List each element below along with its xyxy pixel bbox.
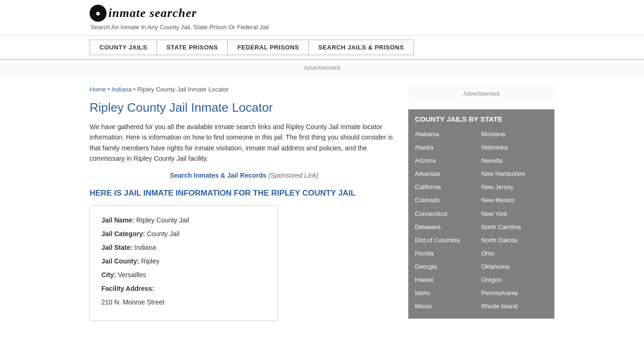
state-link[interactable]: Florida <box>415 247 481 260</box>
logo-icon: ● <box>90 5 107 22</box>
state-link[interactable]: Oregon <box>481 273 548 287</box>
state-link[interactable]: Georgia <box>415 260 481 273</box>
jail-category-row: Jail Category: County Jail <box>101 229 266 239</box>
jail-name-label: Jail Name: <box>101 216 134 224</box>
state-link[interactable]: Alabama <box>415 128 481 141</box>
jail-state-label: Jail State: <box>101 244 132 251</box>
jail-name-row: Jail Name: Ripley County Jail <box>101 215 266 225</box>
sidebar: Advertisement COUNTY JAILS BY STATE Alab… <box>408 76 554 330</box>
state-link[interactable]: New Jersey <box>481 181 548 194</box>
state-link[interactable]: North Dakota <box>481 234 548 247</box>
nav-federal-prisons[interactable]: FEDERAL PRISONS <box>228 40 309 55</box>
sponsored-link-container: Search Inmates & Jail Records (Sponsored… <box>90 172 399 179</box>
jail-county-label: Jail County: <box>101 257 139 265</box>
sidebar-ad: Advertisement <box>408 86 554 102</box>
jail-city-value: Versailles <box>118 271 146 279</box>
sponsored-link[interactable]: Search Inmates & Jail Records <box>170 172 266 179</box>
state-link[interactable]: Arkansas <box>415 167 481 181</box>
state-link[interactable]: Alaska <box>415 141 481 154</box>
states-col-left: AlabamaAlaskaArizonaArkansasCaliforniaCo… <box>415 128 481 313</box>
state-link[interactable]: North Carolina <box>481 221 548 234</box>
state-link[interactable]: Ohio <box>481 247 548 260</box>
jail-category-value: County Jail <box>147 230 179 238</box>
state-link[interactable]: Rhode Island <box>481 300 548 313</box>
state-link[interactable]: New Hampshire <box>481 167 548 181</box>
jail-category-label: Jail Category: <box>101 230 145 238</box>
state-link[interactable]: Arizona <box>415 154 481 167</box>
state-link[interactable]: Hawaii <box>415 273 481 287</box>
breadcrumb-state[interactable]: Indiana <box>111 86 132 93</box>
state-link[interactable]: Connecticut <box>415 207 481 221</box>
jail-address-label: Facility Address: <box>101 285 154 292</box>
jail-county-row: Jail County: Ripley <box>101 256 266 266</box>
jail-county-value: Ripley <box>141 257 159 265</box>
jail-address-row: Facility Address: <box>101 284 266 294</box>
state-link[interactable]: Delaware <box>415 221 481 234</box>
nav-state-prisons[interactable]: STATE PRISONS <box>157 40 228 55</box>
header: ● inmate searcher Search An Inmate In An… <box>0 0 644 36</box>
description: We have gathered for you all the availab… <box>90 122 399 164</box>
info-box: Jail Name: Ripley County Jail Jail Categ… <box>90 206 278 321</box>
jail-address-value-row: 210 N. Monroe Street <box>101 297 266 307</box>
page-title: Ripley County Jail Inmate Locator <box>90 100 399 115</box>
main-layout: Home • Indiana • Ripley County Jail Inma… <box>0 76 644 330</box>
breadcrumb-current: Ripley County Jail Inmate Locator <box>137 86 229 93</box>
county-jails-title: COUNTY JAILS BY STATE <box>415 115 548 123</box>
jail-state-value: Indiana <box>134 244 156 251</box>
state-link[interactable]: Nevada <box>481 154 548 167</box>
nav: COUNTY JAILS STATE PRISONS FEDERAL PRISO… <box>0 36 644 60</box>
logo-text: inmate searcher <box>108 6 197 20</box>
nav-county-jails[interactable]: COUNTY JAILS <box>90 40 157 55</box>
state-link[interactable]: Idaho <box>415 287 481 300</box>
state-link[interactable]: Nebraska <box>481 141 548 154</box>
state-link[interactable]: Dist.of Columbia <box>415 234 481 247</box>
state-link[interactable]: California <box>415 181 481 194</box>
state-link[interactable]: Oklahoma <box>481 260 548 273</box>
state-link[interactable]: Colorado <box>415 194 481 207</box>
jail-city-row: City: Versailles <box>101 270 266 280</box>
state-columns: AlabamaAlaskaArizonaArkansasCaliforniaCo… <box>415 128 548 313</box>
county-jails-box: COUNTY JAILS BY STATE AlabamaAlaskaArizo… <box>408 109 554 319</box>
state-link[interactable]: New Mexico <box>481 194 548 207</box>
logo-italic: inmate searcher <box>108 6 197 20</box>
breadcrumb: Home • Indiana • Ripley County Jail Inma… <box>90 86 399 93</box>
states-col-right: MontanaNebraskaNevadaNew HampshireNew Je… <box>481 128 548 313</box>
ad-banner: Advertisement <box>0 60 644 76</box>
jail-name-value: Ripley County Jail <box>136 216 189 224</box>
state-link[interactable]: Montana <box>481 128 548 141</box>
tagline: Search An Inmate In Any County Jail, Sta… <box>91 24 554 31</box>
jail-state-row: Jail State: Indiana <box>101 243 266 253</box>
logo-area: ● inmate searcher <box>90 5 554 22</box>
sponsored-text: (Sponsored Link) <box>268 172 319 179</box>
jail-city-label: City: <box>101 271 116 279</box>
breadcrumb-sep2: • <box>133 86 137 93</box>
breadcrumb-home[interactable]: Home <box>90 86 106 93</box>
content: Home • Indiana • Ripley County Jail Inma… <box>90 76 408 330</box>
state-link[interactable]: New York <box>481 207 548 221</box>
jail-address-value: 210 N. Monroe Street <box>101 298 165 306</box>
section-heading: HERE IS JAIL INMATE INFORMATION FOR THE … <box>90 189 399 198</box>
nav-search-jails[interactable]: SEARCH JAILS & PRISONS <box>309 40 413 55</box>
nav-buttons: COUNTY JAILS STATE PRISONS FEDERAL PRISO… <box>90 40 554 55</box>
state-link[interactable]: Illinois <box>415 300 481 313</box>
state-link[interactable]: Pennsylvania <box>481 287 548 300</box>
